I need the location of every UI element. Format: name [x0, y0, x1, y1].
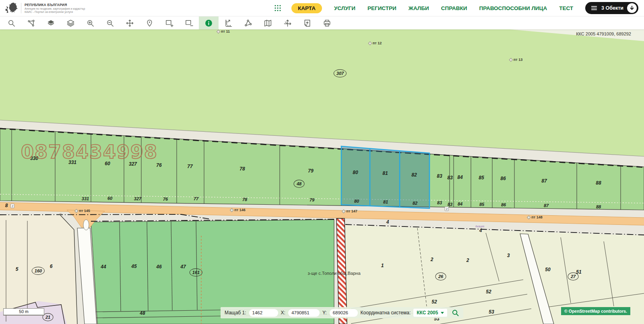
- nav-registri[interactable]: РЕГИСТРИ: [367, 5, 396, 11]
- topology-icon: [244, 19, 252, 27]
- scale-input[interactable]: [249, 309, 278, 317]
- apps-grid-icon[interactable]: [274, 4, 282, 12]
- header: РЕПУБЛИКА БЪЛГАРИЯ Агенция по геодезия, …: [0, 0, 644, 16]
- tool-zoom-out[interactable]: [100, 17, 120, 29]
- scale-label: Мащаб 1:: [225, 310, 246, 316]
- nav-pravosposobni-lica[interactable]: ПРАВОСПОСОБНИ ЛИЦА: [479, 5, 547, 11]
- scale-bar: 50 m: [3, 308, 44, 316]
- coordinate-readout: ККС 2005 4791009, 689292: [576, 31, 631, 36]
- logo-divider: [21, 3, 21, 13]
- location-pin-icon: [145, 19, 154, 27]
- logo-text: РЕПУБЛИКА БЪЛГАРИЯ Агенция по геодезия, …: [25, 3, 85, 13]
- logo-subtitle: Агенция по геодезия, картография и кадас…: [25, 7, 85, 10]
- statusbar-search-icon[interactable]: [452, 309, 459, 317]
- tool-info[interactable]: [199, 17, 219, 29]
- tool-axes[interactable]: [278, 17, 297, 29]
- zoom-window-out-icon: [185, 19, 193, 27]
- nav-spravki[interactable]: СПРАВКИ: [441, 5, 467, 11]
- tool-search[interactable]: [2, 17, 21, 29]
- status-bar: Мащаб 1: X: Y: Координатна система: ККС …: [221, 307, 463, 318]
- tool-topology[interactable]: [238, 17, 258, 29]
- logo[interactable]: РЕПУБЛИКА БЪЛГАРИЯ Агенция по геодезия, …: [4, 1, 85, 15]
- logo-portal: КАИС - Портал за електронни услуги: [25, 10, 85, 13]
- search-icon: [7, 19, 16, 27]
- crs-label: Координатна система:: [361, 310, 411, 316]
- measure-icon: [224, 19, 233, 27]
- osm-attribution[interactable]: © OpenStreetMap contributors.: [561, 307, 630, 315]
- nav-items: КАРТАУСЛУГИРЕГИСТРИЖАЛБИСПРАВКИПРАВОСПОС…: [291, 3, 573, 13]
- info-icon: [204, 19, 213, 27]
- layers-filled-icon: [47, 19, 55, 27]
- tool-print[interactable]: [317, 17, 337, 29]
- tool-location-pin[interactable]: [140, 17, 159, 29]
- main-nav: КАРТАУСЛУГИРЕГИСТРИЖАЛБИСПРАВКИПРАВОСПОС…: [274, 2, 638, 14]
- x-label: X:: [281, 310, 285, 316]
- pan-icon: [126, 19, 134, 27]
- map-toolbar: [0, 16, 644, 29]
- nav-uslugi[interactable]: УСЛУГИ: [334, 5, 355, 11]
- tool-layers-filled[interactable]: [41, 17, 61, 29]
- nav-zhalbi[interactable]: ЖАЛБИ: [409, 5, 429, 11]
- axes-icon: [283, 19, 292, 27]
- x-coordinate-input[interactable]: [288, 309, 320, 317]
- tool-layers[interactable]: [61, 17, 80, 29]
- objects-count-label: 3 Обекти: [601, 5, 623, 11]
- logo-title: РЕПУБЛИКА БЪЛГАРИЯ: [25, 3, 85, 7]
- map-sheets-icon: [264, 19, 272, 27]
- objects-button[interactable]: 3 Обекти: [585, 2, 638, 14]
- terrain-layer: [0, 29, 644, 324]
- land-area-label: з-ще с.Тополи общ.Варна: [308, 271, 360, 276]
- zoom-out-icon: [106, 19, 114, 27]
- watermark: 0878434998: [21, 141, 158, 163]
- crs-value: ККС 2005: [417, 310, 438, 316]
- crs-select[interactable]: ККС 2005: [413, 309, 447, 317]
- download-objects-icon[interactable]: [627, 3, 637, 13]
- zoom-in-icon: [86, 19, 95, 27]
- tool-snap[interactable]: [21, 17, 41, 29]
- layers-icon: [66, 19, 75, 27]
- tool-zoom-window-in[interactable]: [159, 17, 179, 29]
- tool-map-sheets[interactable]: [258, 17, 278, 29]
- tool-measure[interactable]: [219, 17, 238, 29]
- kais-app: РЕПУБЛИКА БЪЛГАРИЯ Агенция по геодезия, …: [0, 0, 644, 324]
- tool-pan[interactable]: [120, 17, 140, 29]
- y-label: Y:: [322, 310, 327, 316]
- tool-export[interactable]: [297, 17, 317, 29]
- menu-icon: [590, 4, 598, 12]
- chevron-down-icon: [441, 312, 444, 314]
- y-coordinate-input[interactable]: [330, 309, 358, 317]
- tool-zoom-in[interactable]: [80, 17, 100, 29]
- map-canvas[interactable]: 3303316032776777879808182838384858687885…: [0, 29, 644, 324]
- snap-icon: [27, 19, 35, 27]
- export-icon: [303, 19, 312, 27]
- print-icon: [323, 19, 331, 27]
- zoom-window-in-icon: [165, 19, 173, 27]
- selection-highlight[interactable]: [341, 146, 429, 208]
- coat-of-arms-logo: [4, 1, 18, 15]
- tool-zoom-window-out[interactable]: [179, 17, 199, 29]
- nav-karta[interactable]: КАРТА: [291, 3, 322, 13]
- nav-test[interactable]: ТЕСТ: [559, 5, 573, 11]
